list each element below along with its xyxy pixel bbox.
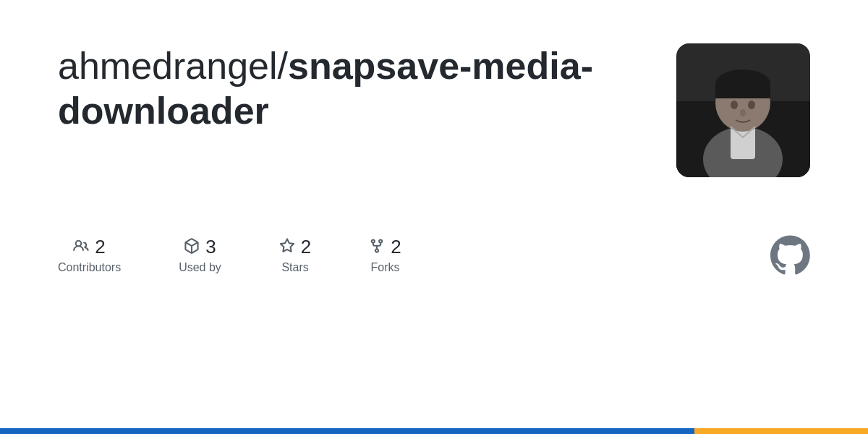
repo-owner: ahmedrangel/: [58, 45, 288, 87]
people-icon: [73, 238, 89, 257]
svg-point-7: [731, 101, 738, 109]
package-icon: [184, 238, 200, 257]
forks-label: Forks: [371, 261, 400, 274]
avatar: [676, 43, 810, 177]
bottom-bar-blue: [0, 428, 694, 434]
stat-contributors-top: 2: [73, 236, 105, 258]
svg-rect-6: [715, 84, 770, 98]
bottom-bar: [0, 428, 868, 434]
svg-point-9: [740, 109, 746, 116]
stat-contributors[interactable]: 2 Contributors: [58, 236, 121, 274]
bottom-bar-yellow: [694, 428, 868, 434]
stat-stars[interactable]: 2 Stars: [279, 236, 311, 274]
stat-used-by[interactable]: 3 Used by: [179, 236, 221, 274]
stat-used-by-top: 3: [184, 236, 216, 258]
fork-icon: [369, 238, 385, 257]
used-by-count: 3: [205, 236, 216, 258]
stat-forks-top: 2: [369, 236, 401, 258]
contributors-count: 2: [95, 236, 105, 258]
stats-row: 2 Contributors 3 Used by: [58, 235, 810, 275]
used-by-label: Used by: [179, 261, 221, 274]
github-logo-icon: [770, 235, 810, 275]
repo-title: ahmedrangel/snapsave-media-downloader: [58, 43, 600, 134]
main-content: ahmedrangel/snapsave-media-downloader: [0, 0, 868, 405]
stat-forks[interactable]: 2 Forks: [369, 236, 401, 274]
stars-count: 2: [301, 236, 311, 258]
github-logo-container: [770, 235, 810, 275]
svg-point-8: [748, 101, 755, 109]
stars-label: Stars: [281, 261, 308, 274]
star-icon: [279, 238, 295, 257]
contributors-label: Contributors: [58, 261, 121, 274]
forks-count: 2: [391, 236, 401, 258]
header-row: ahmedrangel/snapsave-media-downloader: [58, 43, 810, 177]
stat-stars-top: 2: [279, 236, 311, 258]
